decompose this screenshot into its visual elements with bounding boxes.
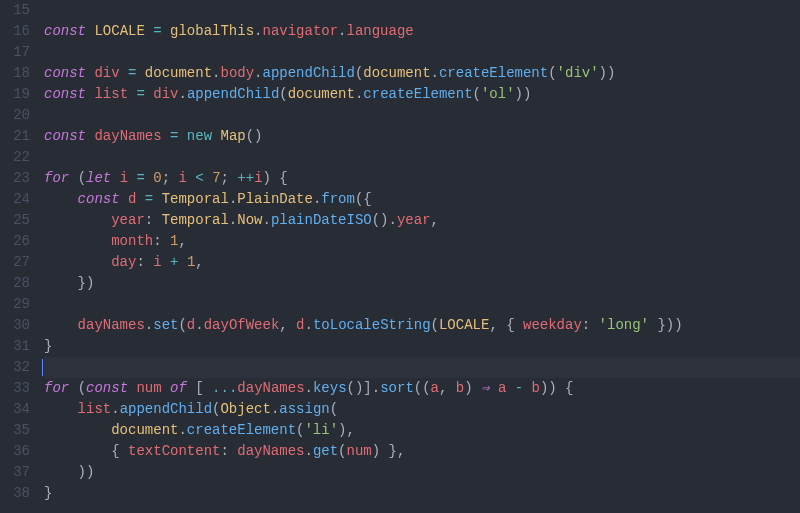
code-line[interactable]: day: i + 1, <box>44 252 800 273</box>
line-number: 31 <box>0 336 30 357</box>
code-token: (). <box>372 212 397 228</box>
code-token: : <box>153 233 170 249</box>
code-line[interactable] <box>44 294 800 315</box>
code-token: get <box>313 443 338 459</box>
code-token: )) <box>599 65 616 81</box>
code-line[interactable]: month: 1, <box>44 231 800 252</box>
code-token <box>506 380 514 396</box>
code-token: . <box>178 86 186 102</box>
code-token: new <box>187 128 212 144</box>
code-line[interactable]: dayNames.set(d.dayOfWeek, d.toLocaleStri… <box>44 315 800 336</box>
code-token: ; <box>221 170 238 186</box>
code-line[interactable] <box>44 0 800 21</box>
code-token: i <box>153 254 161 270</box>
code-token <box>111 170 119 186</box>
code-token: () <box>246 128 263 144</box>
code-token: plainDateISO <box>271 212 372 228</box>
code-token: < <box>195 170 203 186</box>
code-token: div <box>153 86 178 102</box>
code-token: ( <box>78 170 86 186</box>
code-token: : <box>582 317 599 333</box>
code-token: ( <box>178 317 186 333</box>
code-token: assign <box>279 401 329 417</box>
code-line[interactable]: const list = div.appendChild(document.cr… <box>44 84 800 105</box>
line-number: 29 <box>0 294 30 315</box>
code-token <box>44 443 111 459</box>
code-token: dayNames <box>78 317 145 333</box>
code-token: document <box>111 422 178 438</box>
code-token: navigator <box>262 23 338 39</box>
code-token: ), <box>338 422 355 438</box>
code-token: b <box>532 380 540 396</box>
code-token: language <box>347 23 414 39</box>
line-number: 22 <box>0 147 30 168</box>
code-token: createElement <box>363 86 472 102</box>
code-token: i <box>254 170 262 186</box>
code-token <box>69 380 77 396</box>
code-line[interactable] <box>44 147 800 168</box>
code-token <box>162 380 170 396</box>
code-token: ( <box>78 380 86 396</box>
code-line[interactable]: { textContent: dayNames.get(num) }, <box>44 441 800 462</box>
code-token: , <box>279 317 296 333</box>
code-line[interactable]: const LOCALE = globalThis.navigator.lang… <box>44 21 800 42</box>
code-token: Temporal <box>162 212 229 228</box>
code-token <box>204 170 212 186</box>
code-area[interactable]: const LOCALE = globalThis.navigator.lang… <box>40 0 800 513</box>
line-number: 32 <box>0 357 30 378</box>
code-token: )) <box>78 464 95 480</box>
code-line[interactable]: document.createElement('li'), <box>44 420 800 441</box>
code-token: . <box>262 212 270 228</box>
code-line[interactable]: )) <box>44 462 800 483</box>
code-line[interactable]: const d = Temporal.PlainDate.from({ <box>44 189 800 210</box>
code-line[interactable]: for (let i = 0; i < 7; ++i) { <box>44 168 800 189</box>
line-number: 35 <box>0 420 30 441</box>
code-token: : <box>136 254 153 270</box>
code-token: dayNames <box>94 128 161 144</box>
code-token <box>178 128 186 144</box>
code-token <box>120 191 128 207</box>
code-token <box>523 380 531 396</box>
code-token: createElement <box>439 65 548 81</box>
code-line[interactable]: year: Temporal.Now.plainDateISO().year, <box>44 210 800 231</box>
code-token: ( <box>473 86 481 102</box>
code-token: ) }, <box>372 443 406 459</box>
code-token: )) { <box>540 380 574 396</box>
code-token: globalThis <box>170 23 254 39</box>
code-line[interactable] <box>44 357 800 378</box>
code-token: 0 <box>153 170 161 186</box>
code-token: const <box>44 86 86 102</box>
code-token: Map <box>220 128 245 144</box>
code-line[interactable]: }) <box>44 273 800 294</box>
code-editor[interactable]: 1516171819202122232425262728293031323334… <box>0 0 800 513</box>
code-token: - <box>515 380 523 396</box>
text-cursor <box>42 359 43 376</box>
code-token <box>44 401 78 417</box>
code-token: 'li' <box>304 422 338 438</box>
code-line[interactable]: list.appendChild(Object.assign( <box>44 399 800 420</box>
code-line[interactable]: } <box>44 483 800 504</box>
code-token: . <box>229 212 237 228</box>
code-token: ()]. <box>347 380 381 396</box>
code-line[interactable]: const dayNames = new Map() <box>44 126 800 147</box>
code-token <box>145 86 153 102</box>
code-token: . <box>304 443 312 459</box>
code-token: let <box>86 170 111 186</box>
code-line[interactable] <box>44 105 800 126</box>
code-token <box>178 254 186 270</box>
code-token <box>44 275 78 291</box>
code-line[interactable] <box>44 42 800 63</box>
line-number: 37 <box>0 462 30 483</box>
line-number: 17 <box>0 42 30 63</box>
code-token: sort <box>380 380 414 396</box>
code-token: document <box>145 65 212 81</box>
code-token <box>44 233 111 249</box>
code-token: for <box>44 170 69 186</box>
code-line[interactable]: } <box>44 336 800 357</box>
code-token: . <box>305 317 313 333</box>
code-token: createElement <box>187 422 296 438</box>
code-line[interactable]: for (const num of [ ...dayNames.keys()].… <box>44 378 800 399</box>
code-line[interactable]: const div = document.body.appendChild(do… <box>44 63 800 84</box>
code-token: num <box>136 380 161 396</box>
code-token: const <box>44 23 86 39</box>
